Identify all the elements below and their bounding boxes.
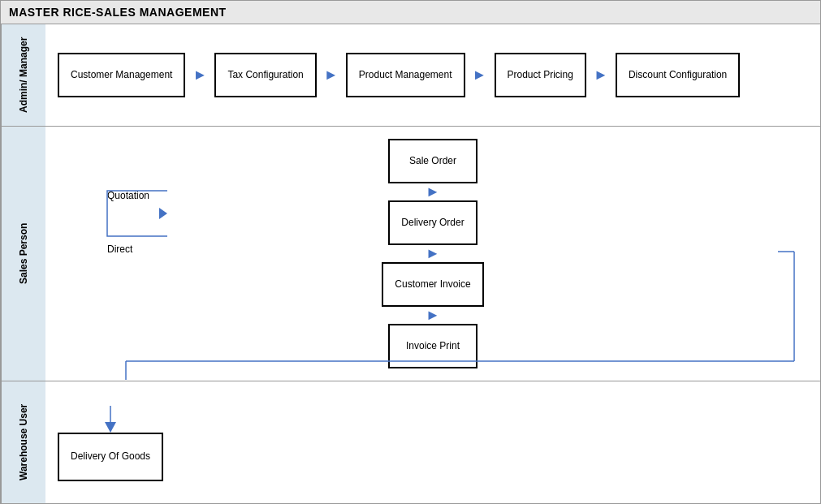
warehouse-content: Delivery Of Goods [45, 381, 820, 503]
customer-management-box[interactable]: Customer Management [58, 53, 185, 97]
invoice-print-box[interactable]: Invoice Print [388, 324, 477, 368]
customer-invoice-box[interactable]: Customer Invoice [382, 262, 483, 307]
arrow-6: ► [418, 245, 447, 262]
admin-label: Admin/ Manager [1, 24, 45, 126]
quotation-bottom-path [107, 213, 167, 236]
arrow-4: ► [586, 67, 616, 84]
sales-label: Sales Person [1, 127, 45, 381]
arrow-7: ► [418, 307, 447, 324]
product-pricing-box[interactable]: Product Pricing [495, 53, 586, 97]
arrow-2: ► [317, 67, 346, 84]
warehouse-row: Warehouse User Delivery Of Goods [1, 381, 820, 503]
down-arrow-head [105, 422, 116, 433]
discount-configuration-box[interactable]: Discount Configuration [616, 53, 740, 97]
delivery-of-goods-box[interactable]: Delivery Of Goods [58, 433, 163, 481]
sales-content: Quotation Direct Sale Order ► Delivery O… [45, 127, 820, 381]
product-management-box[interactable]: Product Management [346, 53, 465, 97]
warehouse-label: Warehouse User [1, 381, 45, 503]
down-arrow-svg [98, 406, 123, 434]
title-bar: MASTER RICE-SALES MANAGEMENT [1, 1, 820, 24]
delivery-goods-wrapper: Delivery Of Goods [58, 406, 163, 481]
app-container: MASTER RICE-SALES MANAGEMENT Admin/ Mana… [0, 0, 821, 504]
direct-label-text: Direct [107, 243, 133, 255]
quotation-label-text: Quotation [107, 190, 149, 201]
admin-row: Admin/ Manager Customer Management ► Tax… [1, 24, 820, 127]
arrow-5: ► [418, 183, 447, 200]
sales-row: Sales Person Quotation Direct [1, 127, 820, 381]
arrow-3: ► [465, 67, 495, 84]
main-content: Admin/ Manager Customer Management ► Tax… [1, 24, 820, 503]
tax-configuration-box[interactable]: Tax Configuration [214, 53, 316, 97]
admin-content: Customer Management ► Tax Configuration … [45, 24, 820, 126]
bracket-arrow [159, 208, 167, 219]
sale-order-box[interactable]: Sale Order [388, 139, 477, 183]
down-connector-svg [771, 127, 820, 381]
arrow-1: ► [185, 67, 214, 84]
app-title: MASTER RICE-SALES MANAGEMENT [9, 6, 227, 19]
delivery-order-box[interactable]: Delivery Order [388, 200, 477, 245]
quotation-bracket-svg: Quotation Direct [101, 213, 182, 295]
